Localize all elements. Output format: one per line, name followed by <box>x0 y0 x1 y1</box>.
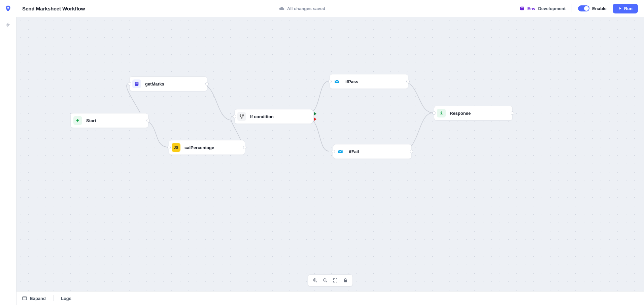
mail-icon <box>333 77 341 86</box>
node-output-handle[interactable] <box>410 150 413 153</box>
rocket-icon <box>5 5 11 12</box>
page-title: Send Marksheet Workflow <box>22 6 85 11</box>
expand-icon <box>22 296 27 301</box>
svg-rect-0 <box>520 7 524 10</box>
toggle-switch-icon <box>578 5 589 11</box>
node-input-handle[interactable] <box>167 146 171 149</box>
env-icon <box>519 6 525 11</box>
node-iffail[interactable]: ifFail <box>333 144 412 159</box>
false-output-icon[interactable] <box>314 117 316 121</box>
logs-label: Logs <box>61 296 71 301</box>
enable-label: Enable <box>592 6 607 11</box>
zoom-out-icon <box>323 278 328 283</box>
workflow-canvas[interactable]: Start getMarks JS calPercentage <box>16 17 644 291</box>
fit-view-button[interactable] <box>332 277 339 284</box>
run-label: Run <box>624 6 633 11</box>
node-input-handle[interactable] <box>233 115 236 118</box>
javascript-icon: JS <box>172 143 180 152</box>
zoom-in-icon <box>312 278 318 283</box>
node-output-handle[interactable] <box>511 111 514 115</box>
zoom-in-button[interactable] <box>311 277 319 284</box>
expand-button[interactable]: Expand <box>22 296 46 301</box>
svg-rect-10 <box>23 297 27 300</box>
svg-rect-3 <box>136 83 138 83</box>
env-selector[interactable]: Env Development <box>519 6 566 11</box>
header-right: Env Development Enable Run <box>519 4 638 13</box>
node-if-condition[interactable]: If condition <box>234 109 313 124</box>
fullscreen-icon <box>333 278 338 283</box>
svg-point-5 <box>240 114 241 115</box>
enable-toggle[interactable]: Enable <box>578 5 607 11</box>
env-value: Development <box>538 6 566 11</box>
bolt-icon <box>5 22 11 28</box>
mail-icon <box>336 147 345 156</box>
node-label: getMarks <box>145 81 164 87</box>
node-label: Start <box>86 118 96 123</box>
node-label: ifPass <box>345 79 358 84</box>
svg-rect-1 <box>521 7 523 8</box>
node-label: If condition <box>250 114 274 119</box>
node-ifpass[interactable]: ifPass <box>330 74 408 89</box>
node-input-handle[interactable] <box>128 82 131 86</box>
side-item-workflows[interactable] <box>5 22 11 29</box>
node-output-handle[interactable] <box>243 146 246 149</box>
node-response[interactable]: Response <box>434 106 513 121</box>
expand-label: Expand <box>30 296 46 301</box>
logs-button[interactable]: Logs <box>61 296 71 301</box>
svg-point-6 <box>242 114 243 115</box>
sheets-icon <box>132 79 141 88</box>
app-body: Start getMarks JS calPercentage <box>0 17 644 305</box>
canvas-background <box>16 17 644 291</box>
branch-icon <box>237 112 246 121</box>
node-output-handle[interactable] <box>406 80 410 83</box>
env-label: Env <box>528 6 536 11</box>
svg-rect-4 <box>136 83 138 84</box>
svg-point-7 <box>241 117 242 118</box>
node-label: Response <box>450 111 471 116</box>
canvas-wrap: Start getMarks JS calPercentage <box>16 17 644 305</box>
true-output-icon[interactable] <box>314 112 316 115</box>
node-output-handle[interactable] <box>146 119 150 122</box>
node-output-handle[interactable] <box>205 82 209 86</box>
node-getmarks[interactable]: getMarks <box>129 76 207 91</box>
response-icon <box>437 109 446 117</box>
canvas-controls <box>308 274 353 286</box>
header-left: Send Marksheet Workflow <box>0 5 85 12</box>
run-button[interactable]: Run <box>613 4 638 13</box>
node-input-handle[interactable] <box>328 80 332 83</box>
node-input-handle[interactable] <box>433 111 436 115</box>
node-calpercentage[interactable]: JS calPercentage <box>169 140 245 155</box>
save-status-text: All changes saved <box>287 6 325 11</box>
side-rail <box>0 17 16 305</box>
bottom-divider <box>53 295 54 301</box>
node-input-handle[interactable] <box>332 150 335 153</box>
zoom-out-button[interactable] <box>321 277 329 284</box>
header-divider <box>572 4 572 12</box>
bolt-icon <box>73 116 82 125</box>
cloud-icon <box>279 6 284 11</box>
app-logo[interactable] <box>0 5 16 12</box>
app-header: Send Marksheet Workflow All changes save… <box>0 0 644 17</box>
save-status: All changes saved <box>89 6 515 11</box>
node-start[interactable]: Start <box>70 113 148 128</box>
lock-button[interactable] <box>342 277 349 284</box>
bottom-bar: Expand Logs <box>16 291 644 305</box>
node-label: ifFail <box>349 149 359 154</box>
play-icon <box>618 6 622 10</box>
lock-icon <box>343 278 348 283</box>
node-label: calPercentage <box>184 145 214 150</box>
